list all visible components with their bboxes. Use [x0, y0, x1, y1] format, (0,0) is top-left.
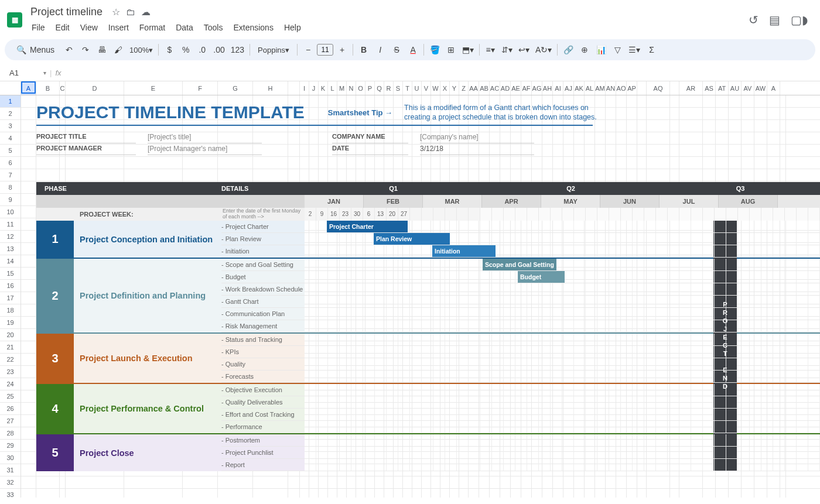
- menu-help[interactable]: Help: [279, 20, 306, 35]
- col-header[interactable]: Z: [459, 81, 469, 95]
- menu-insert[interactable]: Insert: [104, 20, 134, 35]
- row-header[interactable]: 26: [0, 403, 20, 415]
- row-header[interactable]: 12: [0, 231, 20, 243]
- row-header[interactable]: 10: [0, 206, 20, 218]
- row-header[interactable]: 14: [0, 255, 20, 268]
- row-header[interactable]: 9: [0, 194, 20, 206]
- col-header[interactable]: [637, 81, 647, 95]
- col-header[interactable]: [288, 81, 300, 95]
- paint-format-button[interactable]: 🖌: [111, 42, 126, 58]
- col-header[interactable]: D: [66, 81, 124, 95]
- row-header[interactable]: 20: [0, 329, 20, 341]
- col-header[interactable]: O: [356, 81, 365, 95]
- col-header[interactable]: F: [183, 81, 218, 95]
- row-header[interactable]: 24: [0, 378, 20, 390]
- rotate-button[interactable]: A↻▾: [533, 42, 554, 58]
- menu-data[interactable]: Data: [171, 20, 198, 35]
- row-header[interactable]: 16: [0, 280, 20, 292]
- row-header[interactable]: 18: [0, 304, 20, 317]
- row-header[interactable]: 29: [0, 440, 20, 452]
- col-header[interactable]: L: [328, 81, 337, 95]
- row-header[interactable]: 8: [0, 181, 20, 194]
- col-header[interactable]: AU: [729, 81, 742, 95]
- row-header[interactable]: 13: [0, 243, 20, 255]
- col-header[interactable]: Q: [375, 81, 384, 95]
- row-header[interactable]: 5: [0, 145, 20, 157]
- col-header[interactable]: U: [412, 81, 422, 95]
- merge-button[interactable]: ⬒▾: [460, 42, 476, 58]
- col-header[interactable]: H: [253, 81, 288, 95]
- col-header[interactable]: W: [431, 81, 440, 95]
- col-header[interactable]: C: [60, 81, 66, 95]
- col-header[interactable]: M: [337, 81, 347, 95]
- italic-button[interactable]: I: [373, 42, 388, 58]
- comment-icon[interactable]: ▤: [769, 13, 780, 27]
- redo-button[interactable]: ↷: [78, 42, 93, 58]
- col-header[interactable]: [670, 81, 679, 95]
- move-icon[interactable]: 🗀: [126, 7, 135, 18]
- col-header[interactable]: AL: [585, 81, 595, 95]
- increase-decimal-button[interactable]: .00: [211, 42, 227, 58]
- manager-value[interactable]: [Project Manager's name]: [148, 145, 262, 155]
- row-header[interactable]: 28: [0, 427, 20, 440]
- chart-button[interactable]: 📊: [593, 42, 609, 58]
- col-header[interactable]: J: [309, 81, 319, 95]
- col-header[interactable]: R: [384, 81, 394, 95]
- sheets-logo[interactable]: ▦: [7, 12, 22, 28]
- col-header[interactable]: E: [124, 81, 183, 95]
- row-header[interactable]: 31: [0, 464, 20, 476]
- company-value[interactable]: [Company's name]: [420, 133, 534, 143]
- functions-button[interactable]: Σ: [644, 42, 659, 58]
- col-header[interactable]: AE: [511, 81, 521, 95]
- row-header[interactable]: 23: [0, 366, 20, 378]
- menus-button[interactable]: 🔍 Menus: [11, 42, 60, 58]
- col-header[interactable]: P: [365, 81, 375, 95]
- meet-icon[interactable]: ▢◗: [791, 13, 808, 27]
- col-header[interactable]: V: [422, 81, 431, 95]
- col-header[interactable]: Y: [450, 81, 459, 95]
- comment-button[interactable]: ⊕: [577, 42, 592, 58]
- star-icon[interactable]: ☆: [112, 6, 120, 18]
- menu-extensions[interactable]: Extensions: [228, 20, 278, 35]
- font-size-input[interactable]: 11: [317, 44, 333, 56]
- name-box[interactable]: A1: [5, 67, 40, 78]
- select-all-corner[interactable]: [0, 81, 20, 95]
- col-header[interactable]: A: [767, 81, 780, 95]
- col-header[interactable]: AP: [627, 81, 637, 95]
- gantt-bar[interactable]: Initiation: [432, 245, 496, 257]
- row-header[interactable]: 19: [0, 317, 20, 329]
- col-header[interactable]: AG: [532, 81, 542, 95]
- col-header[interactable]: AO: [616, 81, 627, 95]
- date-value[interactable]: 3/12/18: [420, 145, 534, 155]
- col-header[interactable]: AJ: [563, 81, 574, 95]
- col-header[interactable]: I: [300, 81, 309, 95]
- menu-format[interactable]: Format: [135, 20, 170, 35]
- col-header[interactable]: AH: [542, 81, 553, 95]
- col-header[interactable]: AB: [479, 81, 490, 95]
- gantt-bar[interactable]: Scope and Goal Setting: [483, 259, 556, 270]
- link-button[interactable]: 🔗: [561, 42, 576, 58]
- row-header[interactable]: 30: [0, 452, 20, 464]
- cloud-icon[interactable]: ☁: [141, 6, 151, 18]
- filter-button[interactable]: ▽: [610, 42, 625, 58]
- undo-button[interactable]: ↶: [62, 42, 77, 58]
- row-header[interactable]: 11: [0, 218, 20, 231]
- menu-view[interactable]: View: [76, 20, 102, 35]
- decrease-decimal-button[interactable]: .0: [194, 42, 210, 58]
- namebox-dropdown[interactable]: ▾: [40, 70, 50, 76]
- col-header[interactable]: B: [36, 81, 60, 95]
- v-align-button[interactable]: ⇵▾: [499, 42, 515, 58]
- col-header[interactable]: N: [347, 81, 356, 95]
- gantt-bar[interactable]: Plan Review: [374, 233, 450, 245]
- percent-button[interactable]: %: [178, 42, 193, 58]
- text-color-button[interactable]: A: [405, 42, 421, 58]
- bold-button[interactable]: B: [356, 42, 371, 58]
- col-header[interactable]: K: [319, 81, 328, 95]
- row-header[interactable]: 22: [0, 354, 20, 366]
- h-align-button[interactable]: ≡▾: [483, 42, 498, 58]
- col-header[interactable]: AA: [469, 81, 479, 95]
- print-button[interactable]: 🖶: [94, 42, 110, 58]
- more-formats-button[interactable]: 123: [228, 42, 247, 58]
- font-dropdown[interactable]: Poppins ▾: [253, 42, 294, 58]
- menu-file[interactable]: File: [27, 20, 50, 35]
